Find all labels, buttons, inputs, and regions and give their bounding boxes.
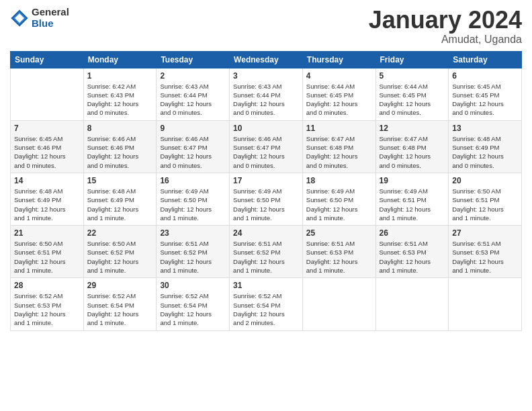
table-cell: 31Sunrise: 6:52 AM Sunset: 6:54 PM Dayli… (230, 278, 303, 330)
table-cell: 10Sunrise: 6:46 AM Sunset: 6:47 PM Dayli… (230, 120, 303, 173)
table-cell: 14Sunrise: 6:48 AM Sunset: 6:49 PM Dayli… (11, 173, 84, 225)
cell-day-number: 17 (233, 176, 299, 185)
cell-day-number: 1 (87, 71, 153, 81)
cell-day-number: 24 (233, 228, 299, 238)
cell-daylight-info: Sunrise: 6:52 AM Sunset: 6:54 PM Dayligh… (160, 291, 226, 327)
cell-daylight-info: Sunrise: 6:51 AM Sunset: 6:53 PM Dayligh… (452, 239, 518, 275)
cell-daylight-info: Sunrise: 6:43 AM Sunset: 6:44 PM Dayligh… (160, 82, 226, 118)
table-cell: 8Sunrise: 6:46 AM Sunset: 6:46 PM Daylig… (83, 120, 157, 173)
cell-day-number: 22 (87, 228, 153, 238)
cell-day-number: 18 (306, 176, 372, 185)
calendar-title: January 2024 (369, 7, 522, 34)
table-cell: 17Sunrise: 6:49 AM Sunset: 6:50 PM Dayli… (230, 173, 303, 225)
cell-day-number: 19 (380, 176, 445, 185)
cell-day-number: 6 (452, 71, 518, 81)
cell-day-number: 12 (380, 124, 445, 133)
cell-daylight-info: Sunrise: 6:48 AM Sunset: 6:49 PM Dayligh… (87, 187, 153, 222)
cell-day-number: 2 (160, 71, 226, 81)
table-cell (449, 278, 522, 330)
table-cell: 1Sunrise: 6:42 AM Sunset: 6:43 PM Daylig… (83, 68, 157, 120)
calendar-row: 21Sunrise: 6:50 AM Sunset: 6:51 PM Dayli… (11, 226, 522, 278)
table-cell: 21Sunrise: 6:50 AM Sunset: 6:51 PM Dayli… (11, 226, 84, 278)
cell-day-number: 9 (160, 124, 226, 133)
table-cell: 18Sunrise: 6:49 AM Sunset: 6:50 PM Dayli… (302, 173, 375, 225)
cell-day-number: 29 (87, 281, 153, 290)
cell-daylight-info: Sunrise: 6:51 AM Sunset: 6:53 PM Dayligh… (306, 239, 372, 275)
cell-daylight-info: Sunrise: 6:44 AM Sunset: 6:45 PM Dayligh… (380, 82, 445, 118)
table-cell: 3Sunrise: 6:43 AM Sunset: 6:44 PM Daylig… (230, 68, 303, 120)
header: General Blue January 2024 Amudat, Uganda (10, 7, 522, 46)
table-cell: 9Sunrise: 6:46 AM Sunset: 6:47 PM Daylig… (157, 120, 230, 173)
table-cell: 26Sunrise: 6:51 AM Sunset: 6:53 PM Dayli… (375, 226, 449, 278)
table-cell: 20Sunrise: 6:50 AM Sunset: 6:51 PM Dayli… (449, 173, 522, 225)
col-monday: Monday (83, 51, 157, 68)
calendar-row: 1Sunrise: 6:42 AM Sunset: 6:43 PM Daylig… (11, 68, 522, 120)
table-cell: 28Sunrise: 6:52 AM Sunset: 6:53 PM Dayli… (11, 278, 84, 330)
cell-daylight-info: Sunrise: 6:51 AM Sunset: 6:52 PM Dayligh… (233, 239, 299, 275)
calendar-location: Amudat, Uganda (369, 34, 522, 46)
cell-day-number: 23 (160, 228, 226, 238)
cell-day-number: 8 (87, 124, 153, 133)
table-cell: 16Sunrise: 6:49 AM Sunset: 6:50 PM Dayli… (157, 173, 230, 225)
cell-daylight-info: Sunrise: 6:47 AM Sunset: 6:48 PM Dayligh… (306, 134, 372, 170)
cell-daylight-info: Sunrise: 6:50 AM Sunset: 6:51 PM Dayligh… (452, 187, 518, 222)
col-wednesday: Wednesday (230, 51, 303, 68)
cell-day-number: 31 (233, 281, 299, 290)
cell-daylight-info: Sunrise: 6:49 AM Sunset: 6:50 PM Dayligh… (233, 187, 299, 222)
cell-daylight-info: Sunrise: 6:48 AM Sunset: 6:49 PM Dayligh… (452, 134, 518, 170)
table-cell: 4Sunrise: 6:44 AM Sunset: 6:45 PM Daylig… (302, 68, 375, 120)
cell-day-number: 15 (87, 176, 153, 185)
table-cell: 24Sunrise: 6:51 AM Sunset: 6:52 PM Dayli… (230, 226, 303, 278)
cell-daylight-info: Sunrise: 6:51 AM Sunset: 6:53 PM Dayligh… (380, 239, 445, 275)
table-cell: 22Sunrise: 6:50 AM Sunset: 6:52 PM Dayli… (83, 226, 157, 278)
cell-day-number: 26 (380, 228, 445, 238)
cell-daylight-info: Sunrise: 6:52 AM Sunset: 6:53 PM Dayligh… (14, 291, 80, 327)
cell-daylight-info: Sunrise: 6:42 AM Sunset: 6:43 PM Dayligh… (87, 82, 153, 118)
logo-icon (10, 9, 29, 28)
cell-day-number: 28 (14, 281, 80, 290)
cell-day-number: 27 (452, 228, 518, 238)
col-tuesday: Tuesday (157, 51, 230, 68)
table-cell: 12Sunrise: 6:47 AM Sunset: 6:48 PM Dayli… (375, 120, 449, 173)
cell-daylight-info: Sunrise: 6:46 AM Sunset: 6:47 PM Dayligh… (160, 134, 226, 170)
table-cell: 29Sunrise: 6:52 AM Sunset: 6:54 PM Dayli… (83, 278, 157, 330)
cell-daylight-info: Sunrise: 6:49 AM Sunset: 6:50 PM Dayligh… (160, 187, 226, 222)
cell-day-number: 30 (160, 281, 226, 290)
cell-day-number: 25 (306, 228, 372, 238)
table-cell (302, 278, 375, 330)
cell-day-number: 5 (380, 71, 445, 81)
col-saturday: Saturday (449, 51, 522, 68)
cell-daylight-info: Sunrise: 6:46 AM Sunset: 6:47 PM Dayligh… (233, 134, 299, 170)
cell-daylight-info: Sunrise: 6:50 AM Sunset: 6:52 PM Dayligh… (87, 239, 153, 275)
cell-day-number: 21 (14, 228, 80, 238)
table-cell: 27Sunrise: 6:51 AM Sunset: 6:53 PM Dayli… (449, 226, 522, 278)
page: General Blue January 2024 Amudat, Uganda… (0, 0, 532, 411)
cell-daylight-info: Sunrise: 6:48 AM Sunset: 6:49 PM Dayligh… (14, 187, 80, 222)
cell-daylight-info: Sunrise: 6:51 AM Sunset: 6:52 PM Dayligh… (160, 239, 226, 275)
table-cell (11, 68, 84, 120)
table-cell: 25Sunrise: 6:51 AM Sunset: 6:53 PM Dayli… (302, 226, 375, 278)
cell-daylight-info: Sunrise: 6:52 AM Sunset: 6:54 PM Dayligh… (233, 291, 299, 327)
cell-daylight-info: Sunrise: 6:50 AM Sunset: 6:51 PM Dayligh… (14, 239, 80, 275)
table-cell: 2Sunrise: 6:43 AM Sunset: 6:44 PM Daylig… (157, 68, 230, 120)
calendar-row: 14Sunrise: 6:48 AM Sunset: 6:49 PM Dayli… (11, 173, 522, 225)
table-cell: 30Sunrise: 6:52 AM Sunset: 6:54 PM Dayli… (157, 278, 230, 330)
cell-daylight-info: Sunrise: 6:44 AM Sunset: 6:45 PM Dayligh… (306, 82, 372, 118)
cell-daylight-info: Sunrise: 6:49 AM Sunset: 6:51 PM Dayligh… (380, 187, 445, 222)
header-row: Sunday Monday Tuesday Wednesday Thursday… (11, 51, 522, 68)
table-cell: 11Sunrise: 6:47 AM Sunset: 6:48 PM Dayli… (302, 120, 375, 173)
cell-day-number: 4 (306, 71, 372, 81)
cell-day-number: 3 (233, 71, 299, 81)
cell-daylight-info: Sunrise: 6:46 AM Sunset: 6:46 PM Dayligh… (87, 134, 153, 170)
table-cell: 23Sunrise: 6:51 AM Sunset: 6:52 PM Dayli… (157, 226, 230, 278)
table-cell: 15Sunrise: 6:48 AM Sunset: 6:49 PM Dayli… (83, 173, 157, 225)
cell-day-number: 11 (306, 124, 372, 133)
cell-daylight-info: Sunrise: 6:52 AM Sunset: 6:54 PM Dayligh… (87, 291, 153, 327)
cell-day-number: 20 (452, 176, 518, 185)
cell-day-number: 14 (14, 176, 80, 185)
table-cell: 13Sunrise: 6:48 AM Sunset: 6:49 PM Dayli… (449, 120, 522, 173)
calendar-row: 28Sunrise: 6:52 AM Sunset: 6:53 PM Dayli… (11, 278, 522, 330)
logo-text: General Blue (32, 7, 69, 29)
cell-daylight-info: Sunrise: 6:49 AM Sunset: 6:50 PM Dayligh… (306, 187, 372, 222)
cell-daylight-info: Sunrise: 6:45 AM Sunset: 6:45 PM Dayligh… (452, 82, 518, 118)
